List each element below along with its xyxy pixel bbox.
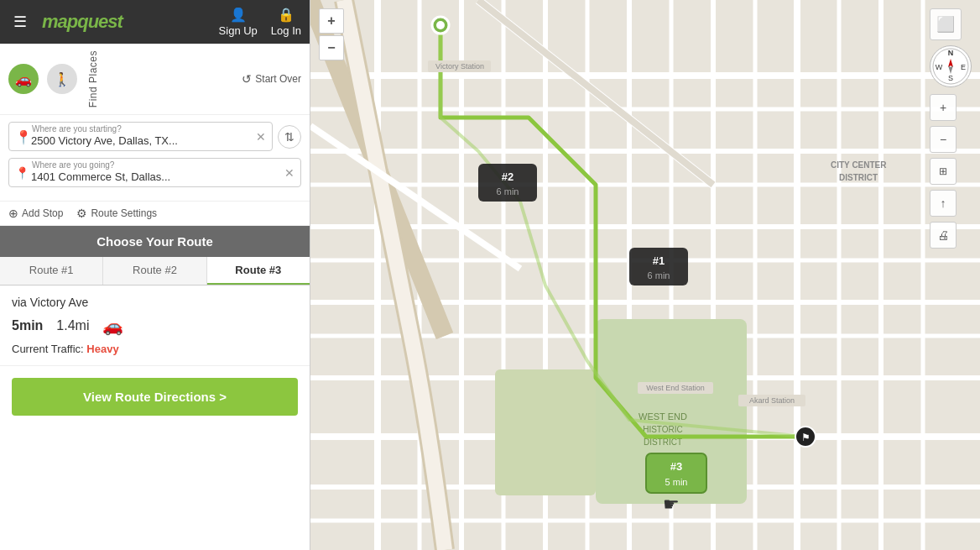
svg-point-39 [436,21,445,29]
add-stop-button[interactable]: ⊕ Add Stop [8,207,63,220]
route-settings-button[interactable]: ⚙ Route Settings [76,207,157,220]
svg-text:DISTRICT: DISTRICT [644,437,682,447]
layers-button[interactable]: ⬜ [930,8,962,40]
zoom-in-button[interactable]: + [319,8,344,34]
zoom-out-right-button[interactable]: − [930,126,957,153]
route-settings-label: Route Settings [91,207,157,219]
traffic-label: Current Traffic: [12,343,84,355]
svg-text:☛: ☛ [663,494,680,515]
svg-text:Victory Station: Victory Station [435,62,484,71]
start-over-label: Start Over [255,73,301,85]
via-label: via Victory Ave [12,296,298,309]
start-clear-button[interactable]: ✕ [256,130,266,144]
start-input-container: Where are you starting? 📍 ✕ [8,122,273,151]
svg-text:West End Station: West End Station [646,384,704,392]
route-tab-2-label: Route #2 [133,264,177,276]
zoom-in-right-button[interactable]: + [930,94,957,121]
add-stop-label: Add Stop [22,207,63,219]
plus-circle-icon: ⊕ [8,207,18,220]
route-tab-3-label: Route #3 [235,264,281,276]
person-icon: 👤 [230,7,247,23]
end-clear-button[interactable]: ✕ [284,166,295,180]
start-over-button[interactable]: Start Over [242,72,301,86]
view-route-button[interactable]: View Route Directions > [12,378,298,416]
svg-rect-34 [495,369,596,495]
swap-directions-button[interactable]: ⇅ [278,125,301,149]
map-svg: WEST END HISTORIC DISTRICT ⚑ #2 6 min #1… [310,0,980,550]
app-header: ☰ mapquest 👤 Sign Up 🔒 Log In [0,0,310,44]
find-places-label: Find Places [87,50,99,107]
compass-button[interactable]: N S W E [930,45,972,87]
svg-text:HISTORIC: HISTORIC [643,425,683,434]
map-container[interactable]: WEST END HISTORIC DISTRICT ⚑ #2 6 min #1… [310,0,980,550]
walk-mode-button[interactable]: 🚶 [47,64,77,94]
map-zoom-controls: + − [319,8,344,60]
svg-text:W: W [936,63,943,71]
route-tabs: Route #1 Route #2 Route #3 [0,257,310,285]
svg-text:N: N [948,49,954,57]
svg-text:Akard Station: Akard Station [749,396,795,405]
car-mode-button[interactable]: 🚗 [8,64,39,94]
car-icon: 🚗 [102,316,123,336]
svg-text:CITY CENTER: CITY CENTER [831,160,887,170]
map-layer-button[interactable]: ⊞ [930,158,957,185]
map-right-controls: ⬜ N S W E + − ⊞ ↑ 🖨 [930,8,972,249]
sign-up-link[interactable]: 👤 Sign Up [219,7,258,37]
log-in-label: Log In [271,24,301,37]
share-button[interactable]: ↑ [930,190,957,217]
svg-text:6 min: 6 min [497,186,519,196]
view-route-label: View Route Directions > [83,390,227,404]
svg-text:S: S [948,74,953,82]
route-option-bar: ⊕ Add Stop ⚙ Route Settings [0,202,310,226]
route-stats: 5min 1.4mi 🚗 [12,316,298,336]
svg-text:⚑: ⚑ [801,432,811,443]
settings-icon: ⚙ [76,207,87,220]
start-pin-icon: 📍 [15,128,32,144]
end-input-row: Where are you going? 📍 ✕ [8,158,301,187]
svg-text:6 min: 6 min [648,270,670,280]
route-distance: 1.4mi [56,318,89,333]
end-label: Where are you going? [32,160,114,170]
route-tab-3[interactable]: Route #3 [207,257,310,285]
svg-text:5 min: 5 min [665,477,688,487]
svg-text:DISTRICT: DISTRICT [839,173,878,182]
zoom-in-label: + [327,13,335,29]
route-details: via Victory Ave 5min 1.4mi 🚗 Current Tra… [0,285,310,366]
svg-text:E: E [961,63,966,71]
route-inputs: Where are you starting? 📍 ✕ ⇅ Where are … [0,115,310,202]
menu-button[interactable]: ☰ [8,9,32,34]
sidebar: ☰ mapquest 👤 Sign Up 🔒 Log In 🚗 🚶 Find P… [0,0,310,550]
header-right: 👤 Sign Up 🔒 Log In [219,7,301,37]
route-tab-2[interactable]: Route #2 [103,257,206,285]
route-tab-1-label: Route #1 [29,264,74,276]
traffic-info: Current Traffic: Heavy [12,343,298,355]
svg-text:#2: #2 [502,170,513,183]
svg-text:#1: #1 [653,254,665,267]
sign-up-label: Sign Up [219,24,258,37]
choose-route-header: Choose Your Route [0,226,310,257]
traffic-status: Heavy [86,343,118,355]
log-in-link[interactable]: 🔒 Log In [271,7,301,37]
zoom-out-label: − [327,40,335,55]
choose-route-label: Choose Your Route [96,234,213,249]
end-pin-icon: 📍 [15,166,29,180]
start-label: Where are you starting? [32,124,122,134]
svg-text:#3: #3 [670,460,682,473]
zoom-out-button[interactable]: − [319,35,344,60]
lock-icon: 🔒 [278,7,295,23]
route-time: 5min [12,318,43,333]
route-tab-1[interactable]: Route #1 [0,257,103,285]
logo: mapquest [42,11,122,33]
mode-bar: 🚗 🚶 Find Places Start Over [0,44,310,115]
end-input-container: Where are you going? 📍 ✕ [8,158,301,187]
start-input-row: Where are you starting? 📍 ✕ ⇅ [8,122,301,151]
print-button[interactable]: 🖨 [930,222,957,249]
